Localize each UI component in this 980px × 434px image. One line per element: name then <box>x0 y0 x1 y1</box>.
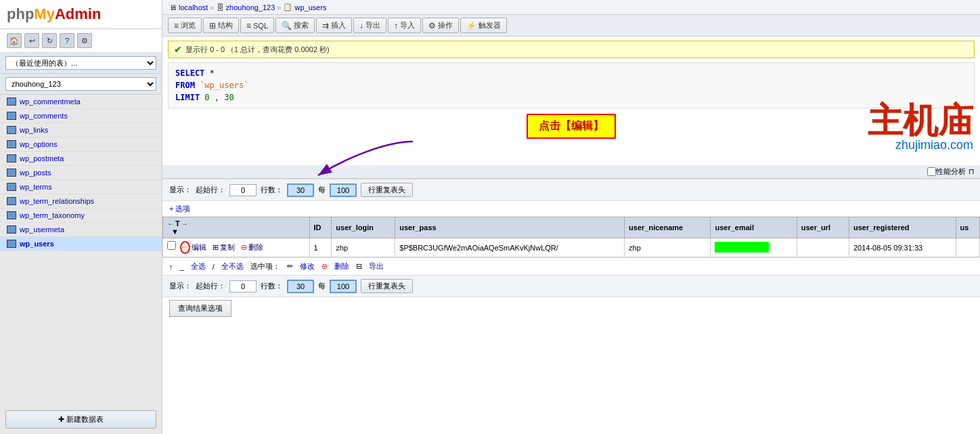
table-icon <box>7 169 16 177</box>
table-name: wp_term_relationships <box>20 197 94 205</box>
help-icon[interactable]: ? <box>60 33 74 48</box>
status-bar: ✔ 显示行 0 - 0 （1 总计，查询花费 0.0002 秒) <box>168 41 975 58</box>
sql-table-name: `wp_users` <box>195 81 248 90</box>
toolbar-btn-浏览[interactable]: ≡浏览 <box>168 18 202 33</box>
table-icon <box>7 197 16 205</box>
table-icon <box>7 154 16 162</box>
logo-my: My <box>34 5 55 22</box>
delete-btn[interactable]: ⊖ 删除 <box>239 242 265 253</box>
col-user-registered: user_registered <box>849 217 956 238</box>
toolbar-btn-搜索[interactable]: 🔍搜索 <box>275 18 315 33</box>
per-input[interactable] <box>330 183 357 197</box>
sidebar-table-wp_comments[interactable]: wp_comments <box>0 109 162 123</box>
breadcrumb-db[interactable]: zhouhong_123 <box>226 3 275 12</box>
recent-tables-dropdown-row: （最近使用的表）... <box>0 53 162 74</box>
sidebar-icons: 🏠 ↩ ↻ ? ⚙ <box>0 29 162 53</box>
per-input-b[interactable] <box>330 280 357 293</box>
toolbar-btn-触发器[interactable]: ⚡触发器 <box>460 18 507 33</box>
sidebar-table-wp_commentmeta[interactable]: wp_commentmeta <box>0 95 162 109</box>
copy-btn[interactable]: ⊞ 复制 <box>210 242 237 253</box>
row-actions: ✏ 编辑 ⊞ 复制 ⊖ 删除 <box>163 238 310 257</box>
toolbar-btn-SQL[interactable]: ≡SQL <box>240 18 274 33</box>
data-table: ← T → ▼ ID user_login user_pass user_nic… <box>162 217 980 257</box>
rows-label-b: 行数： <box>261 281 283 291</box>
select-all-link[interactable]: 全选 <box>191 261 206 272</box>
sidebar-table-wp_postmeta[interactable]: wp_postmeta <box>0 152 162 166</box>
table-icon <box>7 211 16 219</box>
db-select[interactable]: zhouhong_123 <box>5 77 156 91</box>
table-icon <box>7 140 16 148</box>
repeat-header-btn[interactable]: 行重复表头 <box>361 183 413 197</box>
cell-user-pass: $P$BRC3UGfWe2mAOiaAQeSmAKvKjNwLQR/ <box>395 238 625 257</box>
sidebar-table-wp_usermeta[interactable]: wp_usermeta <box>0 223 162 237</box>
breadcrumb-icon: 🖥 <box>169 3 177 12</box>
cell-user-nicename: zhp <box>625 238 711 257</box>
repeat-header-btn-b[interactable]: 行重复表头 <box>361 279 413 293</box>
toolbar-btn-插入[interactable]: ⇉插入 <box>316 18 352 33</box>
table-name: wp_posts <box>20 169 51 177</box>
col-user-nicename: user_nicename <box>625 217 711 238</box>
sql-limit-nums: 0 , 30 <box>200 93 234 102</box>
performance-checkbox[interactable] <box>927 167 936 176</box>
row-checkbox-0[interactable] <box>167 241 176 250</box>
start-label: 起始行： <box>196 185 225 195</box>
toolbar-icon-1: ⊞ <box>209 21 216 30</box>
table-list: wp_commentmetawp_commentswp_linkswp_opti… <box>0 95 162 405</box>
export-link[interactable]: 导出 <box>369 261 384 272</box>
sidebar-table-wp_posts[interactable]: wp_posts <box>0 166 162 180</box>
toolbar-btn-结构[interactable]: ⊞结构 <box>203 18 239 33</box>
new-table-button[interactable]: ✚ 新建数据表 <box>5 410 156 429</box>
delete-link[interactable]: 删除 <box>334 261 349 272</box>
modify-link[interactable]: 修改 <box>300 261 315 272</box>
start-input[interactable] <box>229 184 257 196</box>
annotation-area: 点击【编辑】 <box>169 111 973 165</box>
table-row: ✏ 编辑 ⊞ 复制 ⊖ 删除 1 zhp $P$BRC3UGfWe2mAOiaA… <box>163 238 980 257</box>
settings-icon[interactable]: ⚙ <box>77 33 92 48</box>
rows-input-b[interactable] <box>287 280 314 293</box>
table-name: wp_comments <box>20 112 68 120</box>
rows-input[interactable] <box>287 183 314 197</box>
dropdown-icon[interactable]: ▼ <box>171 227 179 236</box>
sidebar-table-wp_terms[interactable]: wp_terms <box>0 180 162 194</box>
logo-php: php <box>7 5 34 22</box>
sort-left-icon[interactable]: ← <box>167 220 174 227</box>
per-label-b: 每 <box>318 281 326 291</box>
bracket-icon: ⊓ <box>968 167 975 176</box>
col-user-login: user_login <box>332 217 395 238</box>
toolbar-btn-导入[interactable]: ↑导入 <box>388 18 421 33</box>
refresh-icon[interactable]: ↻ <box>42 33 57 48</box>
table-icon <box>7 225 16 234</box>
table-icon <box>7 97 16 106</box>
sidebar-table-wp_users[interactable]: wp_users <box>0 237 162 251</box>
copy-label: 复制 <box>220 242 235 253</box>
home-icon[interactable]: 🏠 <box>7 33 22 48</box>
recent-tables-select[interactable]: （最近使用的表）... <box>5 56 156 70</box>
deselect-all-link[interactable]: 全不选 <box>221 261 244 272</box>
bottom-actions: ↑ _ 全选 / 全不选 选中项： ✏ 修改 ⊖ 删除 ⊟ 导出 <box>162 257 980 275</box>
sidebar-table-wp_options[interactable]: wp_options <box>0 137 162 152</box>
query-results-button[interactable]: 查询结果选项 <box>169 300 231 317</box>
toolbar-btn-操作[interactable]: ⚙操作 <box>422 18 459 33</box>
breadcrumb-host[interactable]: localhost <box>179 3 208 12</box>
options-row[interactable]: + 选项 <box>162 201 980 217</box>
select-label: 选中项： <box>250 261 280 272</box>
sidebar-table-wp_term_taxonomy[interactable]: wp_term_taxonomy <box>0 209 162 223</box>
table-icon <box>7 112 16 120</box>
breadcrumb-table[interactable]: wp_users <box>294 3 326 12</box>
sort-right-icon[interactable]: → <box>181 220 188 227</box>
edit-btn[interactable]: ✏ 编辑 <box>178 240 208 255</box>
sidebar-table-wp_links[interactable]: wp_links <box>0 123 162 137</box>
annotation-text: 点击【编辑】 <box>527 114 616 139</box>
arrow-icon[interactable]: ↩ <box>24 33 39 48</box>
toolbar-btn-导出[interactable]: ↓导出 <box>353 18 386 33</box>
delete-label: 删除 <box>248 242 263 253</box>
col-us: us <box>956 217 979 238</box>
start-input-b[interactable] <box>229 280 257 292</box>
sidebar-table-wp_term_relationships[interactable]: wp_term_relationships <box>0 194 162 209</box>
toolbar-icon-6: ↑ <box>394 21 398 30</box>
start-label-b: 起始行： <box>196 281 225 291</box>
pagination-bottom: 显示： 起始行： 行数： 每 行重复表头 <box>162 275 980 297</box>
annotation-arrow <box>305 138 440 179</box>
performance-label: 性能分析 <box>936 167 966 177</box>
breadcrumb: 🖥 localhost » 🗄 zhouhong_123 » 📋 wp_user… <box>162 0 980 15</box>
